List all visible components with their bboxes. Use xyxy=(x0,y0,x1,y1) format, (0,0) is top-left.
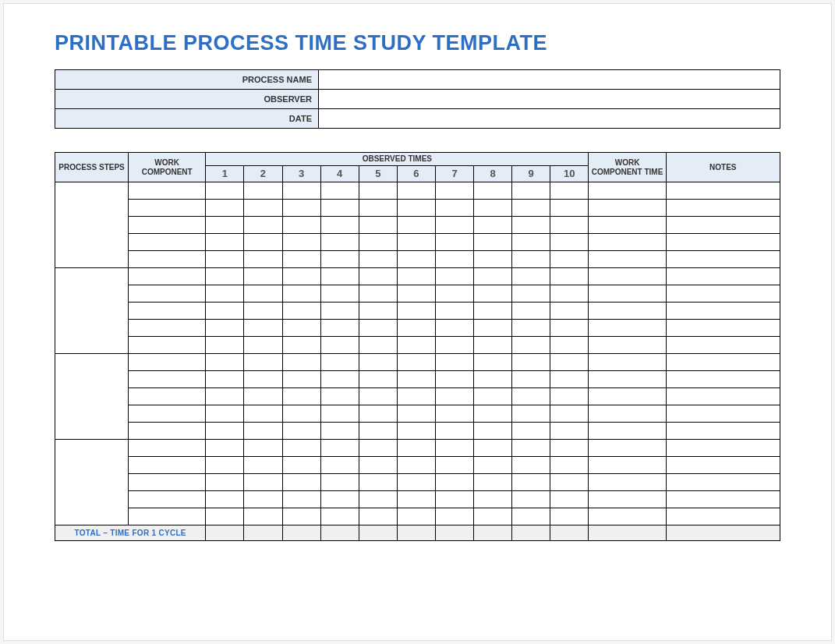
time-cell[interactable] xyxy=(397,234,435,251)
time-cell[interactable] xyxy=(397,268,435,285)
time-cell[interactable] xyxy=(474,440,512,457)
work-time-cell[interactable] xyxy=(589,251,666,268)
notes-cell[interactable] xyxy=(666,337,780,354)
time-cell[interactable] xyxy=(359,200,397,217)
work-component-cell[interactable] xyxy=(129,182,206,200)
time-cell[interactable] xyxy=(550,457,589,474)
time-cell[interactable] xyxy=(435,320,473,337)
time-cell[interactable] xyxy=(512,491,550,508)
time-cell[interactable] xyxy=(550,268,589,285)
time-cell[interactable] xyxy=(512,405,550,423)
total-notes-cell[interactable] xyxy=(666,525,780,541)
time-cell[interactable] xyxy=(397,251,435,268)
notes-cell[interactable] xyxy=(666,405,780,423)
process-step-cell[interactable] xyxy=(55,182,129,268)
time-cell[interactable] xyxy=(206,285,244,303)
time-cell[interactable] xyxy=(550,423,589,440)
time-cell[interactable] xyxy=(320,200,359,217)
time-cell[interactable] xyxy=(244,303,282,320)
time-cell[interactable] xyxy=(435,354,473,371)
time-cell[interactable] xyxy=(320,457,359,474)
time-cell[interactable] xyxy=(435,268,473,285)
time-cell[interactable] xyxy=(244,285,282,303)
time-cell[interactable] xyxy=(550,251,589,268)
time-cell[interactable] xyxy=(206,337,244,354)
time-cell[interactable] xyxy=(320,440,359,457)
time-cell[interactable] xyxy=(512,457,550,474)
time-cell[interactable] xyxy=(474,303,512,320)
time-cell[interactable] xyxy=(474,268,512,285)
work-time-cell[interactable] xyxy=(589,303,666,320)
time-cell[interactable] xyxy=(397,388,435,405)
time-cell[interactable] xyxy=(397,508,435,525)
time-cell[interactable] xyxy=(435,405,473,423)
time-cell[interactable] xyxy=(397,457,435,474)
time-cell[interactable] xyxy=(282,371,320,388)
time-cell[interactable] xyxy=(282,457,320,474)
time-cell[interactable] xyxy=(206,423,244,440)
time-cell[interactable] xyxy=(512,285,550,303)
time-cell[interactable] xyxy=(320,371,359,388)
work-component-cell[interactable] xyxy=(129,320,206,337)
time-cell[interactable] xyxy=(512,200,550,217)
time-cell[interactable] xyxy=(282,337,320,354)
notes-cell[interactable] xyxy=(666,474,780,491)
work-time-cell[interactable] xyxy=(589,508,666,525)
time-cell[interactable] xyxy=(282,440,320,457)
work-time-cell[interactable] xyxy=(589,320,666,337)
time-cell[interactable] xyxy=(282,388,320,405)
time-cell[interactable] xyxy=(282,423,320,440)
time-cell[interactable] xyxy=(550,371,589,388)
time-cell[interactable] xyxy=(359,182,397,200)
time-cell[interactable] xyxy=(282,474,320,491)
time-cell[interactable] xyxy=(206,474,244,491)
time-cell[interactable] xyxy=(435,440,473,457)
time-cell[interactable] xyxy=(397,371,435,388)
time-cell[interactable] xyxy=(474,182,512,200)
time-cell[interactable] xyxy=(206,491,244,508)
work-time-cell[interactable] xyxy=(589,234,666,251)
time-cell[interactable] xyxy=(550,200,589,217)
time-cell[interactable] xyxy=(359,508,397,525)
notes-cell[interactable] xyxy=(666,423,780,440)
time-cell[interactable] xyxy=(435,200,473,217)
time-cell[interactable] xyxy=(474,320,512,337)
total-time-cell[interactable] xyxy=(320,525,359,541)
time-cell[interactable] xyxy=(282,303,320,320)
time-cell[interactable] xyxy=(359,217,397,234)
notes-cell[interactable] xyxy=(666,285,780,303)
time-cell[interactable] xyxy=(474,285,512,303)
time-cell[interactable] xyxy=(244,371,282,388)
time-cell[interactable] xyxy=(206,354,244,371)
time-cell[interactable] xyxy=(512,303,550,320)
time-cell[interactable] xyxy=(206,303,244,320)
time-cell[interactable] xyxy=(359,285,397,303)
time-cell[interactable] xyxy=(397,405,435,423)
time-cell[interactable] xyxy=(550,405,589,423)
time-cell[interactable] xyxy=(550,234,589,251)
total-time-cell[interactable] xyxy=(512,525,550,541)
time-cell[interactable] xyxy=(550,354,589,371)
time-cell[interactable] xyxy=(474,251,512,268)
time-cell[interactable] xyxy=(206,200,244,217)
time-cell[interactable] xyxy=(282,405,320,423)
time-cell[interactable] xyxy=(282,354,320,371)
time-cell[interactable] xyxy=(435,508,473,525)
time-cell[interactable] xyxy=(359,371,397,388)
time-cell[interactable] xyxy=(397,474,435,491)
work-time-cell[interactable] xyxy=(589,388,666,405)
work-time-cell[interactable] xyxy=(589,182,666,200)
time-cell[interactable] xyxy=(512,440,550,457)
time-cell[interactable] xyxy=(435,217,473,234)
time-cell[interactable] xyxy=(320,388,359,405)
time-cell[interactable] xyxy=(320,491,359,508)
notes-cell[interactable] xyxy=(666,320,780,337)
time-cell[interactable] xyxy=(512,182,550,200)
time-cell[interactable] xyxy=(397,491,435,508)
time-cell[interactable] xyxy=(474,354,512,371)
work-component-cell[interactable] xyxy=(129,285,206,303)
time-cell[interactable] xyxy=(550,217,589,234)
time-cell[interactable] xyxy=(397,285,435,303)
time-cell[interactable] xyxy=(474,337,512,354)
time-cell[interactable] xyxy=(244,234,282,251)
